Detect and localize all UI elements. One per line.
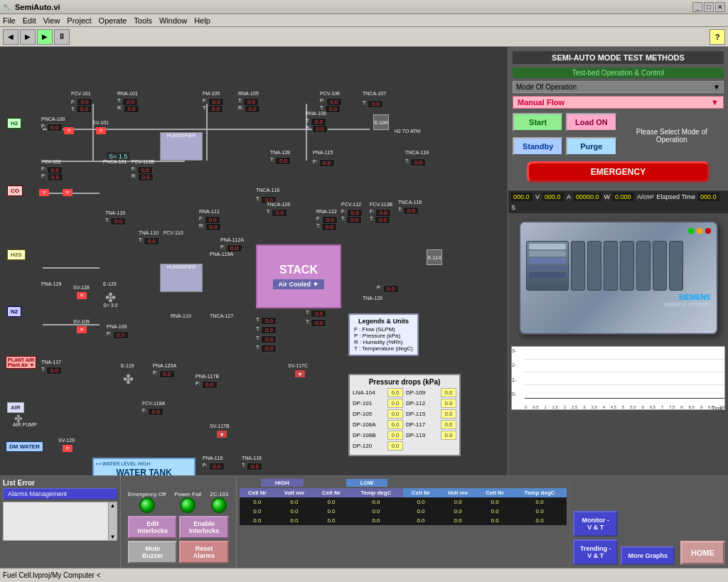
stack-p: P:0.0 (377, 285, 399, 293)
plc-slot-5 (636, 241, 651, 291)
menu-bar: File Edit View Project Operate Tools Win… (0, 14, 728, 27)
fcv-118a-label: FCV-118A (142, 401, 165, 406)
menu-edit[interactable]: Edit (23, 16, 36, 25)
fcv-102-p: P:0.0 (41, 173, 63, 181)
toolbar-pause-button[interactable]: II (54, 29, 70, 45)
indicators-section: Emergency Off Power Fail ZC-101 EditInte… (121, 476, 237, 568)
e-106-component: E-106 (373, 114, 389, 130)
current-reading: 000.0 (542, 193, 564, 201)
cell-row-2: 0.0 0.0 0.0 0.0 0.0 0.0 0.0 0.0 (240, 507, 567, 516)
plc-area: SIEMENS SIMATIC IOT2000 (508, 213, 728, 343)
maximize-button[interactable]: □ (704, 2, 714, 12)
load-on-button[interactable]: Load ON (566, 113, 616, 131)
menu-project[interactable]: Project (67, 16, 91, 25)
toolbar-help-button[interactable]: ? (710, 29, 725, 45)
menu-view[interactable]: View (43, 16, 60, 25)
n2-source: N2 (7, 306, 21, 317)
mute-buzzer-button[interactable]: MuteBuzzer (128, 541, 177, 564)
readings-bar: 000.0 V 000.0 A 00000.0 W 0.000 A/cm² El… (508, 190, 728, 213)
fcv-113b-label: FCV-113B (370, 202, 392, 207)
diagram-area: H2 CO H2S N2 PLANT AIR Plant Air ▼ AIR ✤… (0, 47, 508, 475)
valve-sv109: ✕ (77, 326, 87, 333)
emergency-button[interactable]: EMERGENCY (527, 161, 710, 183)
menu-operate[interactable]: Operate (99, 16, 127, 25)
tnca-118-r-label: TNCA-118 (398, 200, 422, 205)
list-scroll-up[interactable]: ▲ (109, 502, 117, 509)
menu-help[interactable]: Help (194, 16, 210, 25)
tnca-118-r-t: T:0.0 (398, 207, 419, 215)
start-button[interactable]: Start (513, 113, 563, 131)
toolbar-run-button[interactable]: ▶ (37, 29, 53, 45)
list-error-section: List Error Alarms Management ▲ ▼ (0, 476, 121, 568)
legends-panel: Legends & Units F : Flow (SLPM) P : Pres… (348, 313, 419, 356)
rna-106-label: RNA-106 (306, 111, 326, 116)
menu-window[interactable]: Window (159, 16, 187, 25)
tnca-118-top-label: TNCA-118 (405, 150, 429, 155)
fcv-110b-label: FCV-110B (132, 159, 154, 164)
graph: 3- 2- 1- 0- 00.511.522.5 33.544.555.5 66… (511, 346, 725, 410)
emergency-off-led (139, 497, 155, 513)
minimize-button[interactable]: _ (692, 2, 702, 12)
list-scroll-down[interactable]: ▼ (109, 534, 117, 540)
standby-button[interactable]: Standby (513, 137, 563, 156)
pna-120a-label: PNA-120A (153, 363, 176, 368)
valve-sv101: ✕ (96, 127, 106, 134)
menu-file[interactable]: File (3, 16, 16, 25)
manual-flow-dropdown[interactable]: Manual Flow ▼ (513, 96, 724, 109)
home-button[interactable]: HOME (680, 541, 725, 565)
enable-interlocks-button[interactable]: EnableInterlocks (179, 516, 228, 539)
power-fail-led (180, 497, 196, 513)
tna-116-t: T:0.0 (242, 463, 262, 470)
pna-116-p: P:0.0 (203, 463, 225, 470)
toolbar: ◀ ▶ ▶ II ? (0, 27, 728, 47)
h2s-source: H2S (7, 249, 26, 260)
rna-105-label: RNA-105 (238, 91, 259, 96)
mode-operation-dropdown[interactable]: Mode Of Operation ▼ (513, 81, 724, 93)
edit-interlocks-button[interactable]: EditInterlocks (128, 516, 177, 539)
pcv-106-label: PCV-106 (320, 91, 340, 96)
fcv-102-label: FCV-102 (41, 159, 61, 164)
tna-119-label: TNA-119 (105, 210, 125, 215)
purge-button[interactable]: Purge (566, 137, 616, 156)
pna-120a-p: P:0.0 (153, 370, 175, 378)
toolbar-forward-button[interactable]: ▶ (20, 29, 36, 45)
e-119-label: E-119 (121, 363, 134, 368)
rna-112-label: RNA-112 (316, 209, 337, 214)
voltage-reading: 000.0 (511, 193, 532, 201)
zc-101-indicator: ZC-101 (210, 491, 229, 513)
h2-source: H2 (7, 118, 21, 129)
fcv-118a-f: F:0.0 (142, 408, 164, 416)
e-114-component: E-114 (427, 249, 442, 265)
e-119-fan: ✤ (123, 372, 134, 387)
pna-109-p: P:0.0 (107, 331, 129, 339)
reset-alarms-button[interactable]: ResetAlarms (179, 541, 228, 564)
zc-101-led (211, 497, 227, 513)
valve-fcv101: ✕ (64, 127, 74, 134)
siemens-logo: SIEMENS (526, 293, 711, 301)
pressure-drops-panel: Pressure drops (kPa) LNA-1040.0 DP-1090.… (348, 374, 461, 456)
sv-117c-label: SV-117C (288, 363, 308, 368)
cell-data-section: HIGH LOW Cell Nr Volt mv Cell Nr Temp de… (237, 476, 569, 568)
plant-air-source: PLANT AIR Plant Air ▼ (6, 356, 36, 369)
air-cooled-dropdown[interactable]: Air Cooled ▼ (273, 279, 325, 289)
co-source: CO (7, 185, 23, 196)
sv-117b-label: SV-117B (210, 424, 230, 429)
alarms-management-button[interactable]: Alarms Management (3, 488, 117, 500)
tnca-118-top-t: T:0.0 (405, 158, 426, 166)
t-val-4: T:0.0 (256, 345, 277, 352)
more-graphs-button[interactable]: More Graphs (621, 546, 675, 565)
fcv-101-label: FCV-101 (71, 91, 91, 96)
graph-time-label: Time (712, 406, 723, 411)
sv-128-label: SV-128 (73, 285, 90, 290)
monitor-vt-button[interactable]: Monitor -V & T (573, 511, 619, 537)
toolbar-back-button[interactable]: ◀ (3, 29, 18, 45)
rna-111-label: RNA-111 (199, 209, 220, 214)
pna-117b-p: P:0.0 (196, 381, 218, 389)
pna-117b-label: PNA-117B (196, 374, 219, 379)
menu-tools[interactable]: Tools (134, 16, 152, 25)
tnca-107-label: TNCA-107 (363, 91, 386, 96)
graph-container: 3- 2- 1- 0- 00.511.522.5 33.544.555.5 66… (508, 343, 728, 476)
valve-sv117c: ▼ (295, 370, 305, 377)
trending-vt-button[interactable]: Trending -V & T (573, 539, 619, 565)
close-button[interactable]: ✕ (715, 2, 725, 12)
